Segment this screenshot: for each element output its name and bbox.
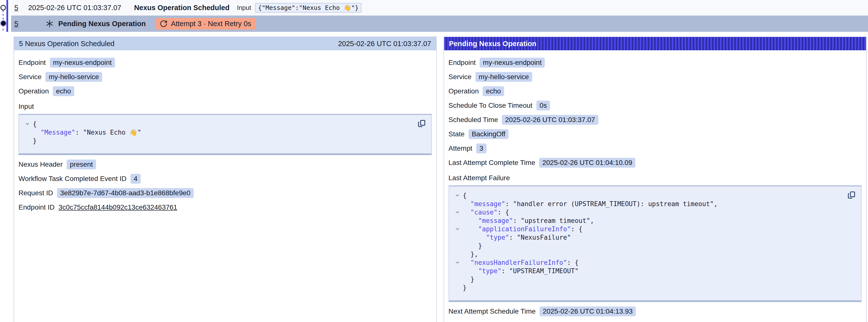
attempt-retry-text: Attempt 3 · Next Retry 0s — [171, 20, 251, 28]
code-text: "applicationFailureInfo": { — [463, 225, 583, 233]
field-value-badge: 2025-02-26 UTC 01:03:37.07 — [502, 115, 598, 125]
scheduled-fields-bottom: Nexus HeaderpresentWorkflow Task Complet… — [19, 160, 432, 212]
pending-event-name: Pending Nexus Operation — [58, 20, 146, 28]
code-line: "applicationFailureInfo": { — [452, 225, 856, 233]
detail-row-state: StateBackingOff — [448, 129, 862, 139]
code-text: "nexusHandlerFailureInfo": { — [463, 258, 579, 267]
detail-row-service: Servicemy-hello-service — [448, 72, 862, 82]
code-gutter — [452, 233, 463, 242]
code-line: "type": "UPSTREAM_TIMEOUT" — [452, 267, 856, 275]
scheduled-fields-top: Endpointmy-nexus-endpointServicemy-hello… — [19, 58, 432, 96]
collapse-chevron-icon[interactable] — [452, 208, 463, 217]
pending-asterisk-icon — [45, 20, 54, 28]
code-text: "type": "NexusFailure" — [463, 233, 571, 242]
input-json-lines: { "Message": "Nexus Echo 👋"} — [22, 120, 425, 145]
collapse-chevron-icon[interactable] — [22, 120, 33, 128]
code-line: } — [452, 242, 856, 250]
code-line: "message": "upstream timeout", — [452, 217, 856, 225]
field-value-badge: 4 — [130, 174, 141, 184]
field-value-badge: present — [67, 160, 96, 169]
code-gutter — [452, 217, 463, 225]
event-timestamp: 2025-02-26 UTC 01:03:37.07 — [28, 4, 121, 12]
timeline-rail — [0, 0, 11, 49]
code-gutter — [452, 275, 463, 284]
retry-icon — [160, 20, 167, 28]
workflow-event-history-screen: 5 2025-02-26 UTC 01:03:37.07 Nexus Opera… — [0, 0, 868, 322]
field-label: Next Attempt Schedule Time — [448, 308, 536, 315]
field-label: Scheduled Time — [448, 116, 498, 124]
collapse-chevron-icon[interactable] — [452, 258, 463, 267]
code-line: "nexusHandlerFailureInfo": { — [452, 258, 856, 267]
code-text: }, — [463, 250, 478, 258]
field-value-link[interactable]: 3c0c75ccfa8144b092c13ce632463761 — [59, 203, 177, 211]
code-text: "type": "UPSTREAM_TIMEOUT" — [463, 267, 579, 275]
field-label: Nexus Header — [19, 161, 63, 168]
code-line: "Message": "Nexus Echo 👋" — [22, 128, 425, 137]
detail-row-endpoint: Endpointmy-nexus-endpoint — [19, 58, 432, 68]
event-input-chip: {"Message":"Nexus Echo 👋"} — [255, 3, 362, 12]
code-line: } — [452, 275, 856, 284]
field-value-badge: echo — [483, 86, 504, 96]
code-text: } — [33, 137, 37, 145]
code-gutter — [452, 267, 463, 275]
detail-row-workflow-task-completed-event-id: Workflow Task Completed Event ID4 — [19, 174, 432, 184]
pending-panel-title: Pending Nexus Operation — [449, 40, 537, 48]
field-label: Last Attempt Complete Time — [448, 159, 535, 167]
field-value-badge: my-hello-service — [45, 72, 102, 82]
field-value-badge: 0s — [536, 101, 550, 110]
event-id-link[interactable]: 5 — [14, 4, 18, 12]
pending-panel-body: Endpointmy-nexus-endpointServicemy-hello… — [444, 50, 866, 316]
field-label: State — [448, 130, 465, 138]
timeline-node-current-icon — [1, 21, 6, 26]
field-value-badge: my-hello-service — [475, 72, 532, 82]
event-name: Nexus Operation Scheduled — [134, 4, 229, 12]
scheduled-event-detail-panel: 5 Nexus Operation Scheduled 2025-02-26 U… — [13, 36, 437, 322]
field-value-badge: BackingOff — [469, 129, 508, 139]
detail-row-scheduled-time: Scheduled Time2025-02-26 UTC 01:03:37.07 — [448, 115, 862, 125]
detail-row-operation: Operationecho — [19, 86, 432, 96]
code-line: { — [22, 120, 425, 128]
copy-button[interactable] — [847, 191, 856, 199]
field-value-badge: my-nexus-endpoint — [479, 58, 545, 68]
field-label: Workflow Task Completed Event ID — [19, 175, 127, 183]
failure-json-lines: { "message": "handler error (UPSTREAM_TI… — [452, 191, 856, 292]
copy-button[interactable] — [417, 119, 426, 128]
code-text: "message": "handler error (UPSTREAM_TIME… — [463, 200, 718, 208]
code-gutter — [452, 284, 463, 292]
field-label: Schedule To Close Timeout — [448, 102, 532, 109]
field-label: Operation — [19, 87, 49, 95]
detail-row-request-id: Request ID3e829b7e-7d67-4b08-aad3-b1e868… — [19, 188, 432, 198]
collapse-chevron-icon[interactable] — [452, 191, 463, 200]
detail-row-next-attempt-schedule-time: Next Attempt Schedule Time2025-02-26 UTC… — [448, 307, 862, 316]
code-text: { — [33, 120, 37, 128]
detail-row-schedule-to-close-timeout: Schedule To Close Timeout0s — [448, 101, 862, 110]
field-value-badge: 2025-02-26 UTC 01:04:13.93 — [539, 307, 636, 316]
failure-json-block: { "message": "handler error (UPSTREAM_TI… — [448, 185, 862, 302]
collapse-chevron-icon[interactable] — [452, 225, 463, 233]
field-value-badge: echo — [53, 86, 74, 96]
code-text: "message": "upstream timeout", — [463, 217, 594, 225]
attempt-retry-badge: Attempt 3 · Next Retry 0s — [155, 18, 256, 30]
code-line: "message": "handler error (UPSTREAM_TIME… — [452, 200, 856, 208]
field-value-badge: my-nexus-endpoint — [50, 58, 115, 68]
pending-panel-header: Pending Nexus Operation — [444, 37, 866, 50]
detail-row-endpoint-id: Endpoint ID3c0c75ccfa8144b092c13ce632463… — [19, 202, 432, 212]
event-row-pending-nexus-operation[interactable]: 5 Pending Nexus Operation Attempt 3 · Ne… — [11, 15, 868, 32]
field-label: Request ID — [19, 189, 53, 197]
pending-operation-detail-panel: Pending Nexus Operation Endpointmy-nexus… — [444, 36, 867, 322]
code-line: } — [452, 284, 856, 292]
input-section-label: Input — [19, 103, 432, 110]
detail-row-last-attempt-complete-time: Last Attempt Complete Time2025-02-26 UTC… — [448, 158, 862, 168]
pending-event-id-link[interactable]: 5 — [14, 20, 18, 28]
pending-fields-top: Endpointmy-nexus-endpointServicemy-hello… — [448, 58, 862, 168]
code-line: "type": "NexusFailure" — [452, 233, 856, 242]
field-label: Attempt — [448, 144, 472, 152]
code-line: } — [22, 137, 425, 145]
code-gutter — [452, 242, 463, 250]
timeline-node-outline-icon — [0, 5, 6, 10]
event-row-nexus-operation-scheduled[interactable]: 5 2025-02-26 UTC 01:03:37.07 Nexus Opera… — [11, 0, 868, 15]
field-label: Endpoint — [448, 59, 476, 67]
field-label: Operation — [448, 87, 479, 95]
code-text: } — [463, 284, 467, 292]
code-text: } — [463, 275, 474, 284]
